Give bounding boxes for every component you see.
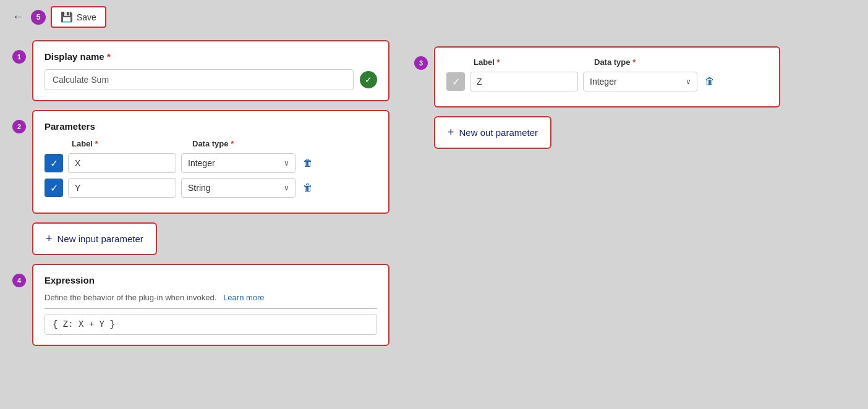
checkbox-x[interactable]: ✓ — [45, 154, 63, 172]
param-type-x[interactable]: Integer String Boolean — [181, 153, 296, 173]
parameters-section: 2 Parameters Label * Data type * — [12, 110, 389, 214]
save-icon: 💾 — [61, 11, 73, 23]
display-name-content: Display name * ✓ — [32, 40, 389, 101]
new-input-param-button[interactable]: + New input parameter — [32, 222, 157, 255]
out-param-label-z[interactable] — [470, 72, 578, 91]
toolbar: ← 5 💾 Save — [0, 0, 868, 34]
out-datatype-header: Data type * — [594, 57, 636, 67]
save-label: Save — [77, 12, 96, 22]
out-params-header: Label * Data type * — [446, 57, 768, 67]
new-out-param-button[interactable]: + New out parameter — [434, 116, 551, 149]
step-badge-1: 1 — [12, 50, 26, 64]
save-button[interactable]: 💾 Save — [51, 6, 106, 28]
param-label-x[interactable] — [68, 153, 176, 173]
display-name-title: Display name * — [45, 51, 377, 62]
expression-content: Expression Define the behavior of the pl… — [32, 264, 389, 346]
plus-icon-out: + — [448, 126, 454, 139]
expression-title: Expression — [45, 275, 377, 285]
delete-z-button[interactable]: 🗑 — [702, 74, 717, 90]
expression-input[interactable] — [45, 314, 377, 335]
parameters-content: Parameters Label * Data type * ✓ — [32, 110, 389, 214]
label-header: Label * — [72, 139, 192, 148]
delete-x-button[interactable]: 🗑 — [300, 155, 315, 171]
datatype-header: Data type * — [192, 139, 234, 148]
out-params-wrapper: 3 Label * Data type * — [414, 46, 856, 149]
checkbox-y[interactable]: ✓ — [45, 179, 63, 197]
display-name-section: 1 Display name * ✓ — [12, 40, 389, 101]
expression-divider — [45, 308, 377, 309]
out-param-type-z[interactable]: Integer String Boolean — [583, 72, 697, 91]
checkbox-z[interactable]: ✓ — [446, 72, 465, 91]
required-star-display: * — [107, 51, 111, 62]
expression-desc: Define the behavior of the plug-in when … — [45, 293, 377, 302]
param-row-y: ✓ Integer String Boolean 🗑 — [45, 178, 377, 198]
step-badge-3: 3 — [414, 56, 428, 70]
out-param-row-z: ✓ Integer String Boolean 🗑 — [446, 72, 768, 91]
parameters-title: Parameters — [45, 121, 377, 132]
delete-y-button[interactable]: 🗑 — [300, 180, 315, 196]
learn-more-link[interactable]: Learn more — [223, 293, 264, 302]
expression-card: Expression Define the behavior of the pl… — [32, 264, 389, 346]
new-out-param-label: New out parameter — [459, 127, 538, 138]
out-select-wrapper-z: Integer String Boolean — [583, 72, 697, 91]
select-wrapper-y: Integer String Boolean — [181, 178, 296, 198]
back-icon: ← — [12, 11, 23, 23]
out-label-header: Label * — [474, 57, 594, 67]
main-layout: 1 Display name * ✓ 2 — [0, 34, 868, 352]
back-button[interactable]: ← — [10, 8, 26, 26]
left-panel: 1 Display name * ✓ 2 — [12, 40, 389, 346]
param-row-x: ✓ Integer String Boolean 🗑 — [45, 153, 377, 173]
right-panel: 3 Label * Data type * — [414, 40, 856, 346]
plus-icon-input: + — [46, 232, 53, 245]
display-name-row: ✓ — [45, 69, 377, 90]
param-type-y[interactable]: Integer String Boolean — [181, 178, 296, 198]
new-input-param-label: New input parameter — [57, 234, 143, 244]
step-badge-2: 2 — [12, 120, 26, 133]
step-badge-4: 4 — [12, 274, 26, 287]
out-params-card: Label * Data type * ✓ — [434, 46, 780, 108]
out-params-content: Label * Data type * ✓ — [434, 46, 856, 149]
param-label-y[interactable] — [68, 178, 176, 198]
display-name-input[interactable] — [45, 69, 354, 90]
params-header: Label * Data type * — [45, 139, 377, 148]
step-badge-5: 5 — [31, 10, 46, 25]
valid-checkmark: ✓ — [360, 71, 377, 88]
display-name-card: Display name * ✓ — [32, 40, 389, 101]
parameters-card: Parameters Label * Data type * ✓ — [32, 110, 389, 214]
select-wrapper-x: Integer String Boolean — [181, 153, 296, 173]
expression-section: 4 Expression Define the behavior of the … — [12, 264, 389, 346]
